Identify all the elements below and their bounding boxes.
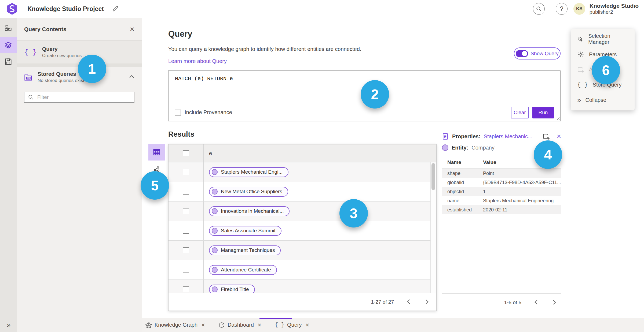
entity-type-dot-icon xyxy=(442,144,448,151)
row-checkbox[interactable] xyxy=(183,247,189,253)
panel-item-query[interactable]: { } Query Create new queries xyxy=(17,41,142,64)
entity-pill[interactable]: Staplers Mechanical Engi... xyxy=(209,167,288,177)
table-footer: 1-27 of 27 xyxy=(169,293,436,311)
sidebar-item-org-chart[interactable] xyxy=(0,20,17,37)
tab-knowledge-graph[interactable]: Knowledge Graph × xyxy=(144,322,206,328)
sidebar-item-layers[interactable] xyxy=(0,37,17,53)
next-page-button[interactable] xyxy=(551,299,556,306)
prev-page-button[interactable] xyxy=(534,299,540,306)
entity-label: Entity: xyxy=(452,145,468,151)
row-checkbox[interactable] xyxy=(183,169,189,175)
menu-item-selection-manager[interactable]: Selection Manager xyxy=(571,32,635,46)
prev-page-button[interactable] xyxy=(407,299,412,305)
entity-pill[interactable]: New Metal Office Suppliers xyxy=(209,187,288,197)
entity-label: Attendance Certificate xyxy=(221,267,271,273)
entity-pill[interactable]: Firebird Title xyxy=(209,285,255,293)
braces-icon: { } xyxy=(577,81,588,88)
table-row: Sales Associate Summit xyxy=(169,221,430,241)
entity-value: Company xyxy=(471,145,495,151)
close-tab-icon[interactable]: × xyxy=(258,322,261,328)
expand-strip-button[interactable]: » xyxy=(0,321,17,329)
panel-header: Query Contents × xyxy=(17,18,142,41)
menu-item-collapse[interactable]: » Collapse xyxy=(571,93,635,107)
org-chart-icon xyxy=(5,25,12,32)
sidebar-item-save[interactable] xyxy=(0,53,17,70)
property-value: 2020-02-11 xyxy=(483,207,561,213)
entity-dot-icon xyxy=(212,208,218,214)
row-checkbox[interactable] xyxy=(183,267,189,273)
stored-queries-folder-icon xyxy=(24,73,32,81)
entity-pill[interactable]: Attendance Certificate xyxy=(209,265,277,275)
item-title: Query xyxy=(42,46,134,52)
edit-title-icon[interactable] xyxy=(112,5,119,12)
property-value: 1 xyxy=(483,189,561,195)
next-page-button[interactable] xyxy=(423,299,429,305)
properties-close-icon[interactable]: × xyxy=(557,133,561,140)
filter-field-wrap xyxy=(24,92,134,103)
collapse-section-button[interactable] xyxy=(129,73,134,81)
column-header-name: Name xyxy=(447,159,483,165)
table-row: Innovations in Mechanical... xyxy=(169,202,430,221)
entity-label: Staplers Mechanical Engi... xyxy=(221,169,283,175)
knowledge-graph-icon xyxy=(145,322,152,328)
editor-footer: Include Provenance Clear Run xyxy=(169,104,560,121)
table-row: Staplers Mechanical Engi... xyxy=(169,162,430,182)
chevron-up-icon xyxy=(130,75,134,80)
property-name: objectid xyxy=(447,189,483,195)
row-checkbox[interactable] xyxy=(183,189,189,195)
scrollbar-thumb[interactable] xyxy=(431,163,435,190)
panel-title: Query Contents xyxy=(24,26,130,32)
tab-dashboard[interactable]: Dashboard × xyxy=(217,322,262,328)
run-button[interactable]: Run xyxy=(532,107,554,118)
app-logo-icon[interactable] xyxy=(6,3,18,15)
dashboard-gauge-icon xyxy=(218,322,225,328)
close-tab-icon[interactable]: × xyxy=(201,322,205,328)
column-header-e: e xyxy=(204,144,436,162)
close-tab-icon[interactable]: × xyxy=(305,322,309,328)
tab-query[interactable]: { } Query × xyxy=(274,322,310,328)
braces-icon: { } xyxy=(275,322,284,328)
property-row: globalid {5D9B4713-F98D-4A53-A59F-C11... xyxy=(442,178,561,187)
search-button[interactable] xyxy=(533,3,545,15)
add-to-selection-icon[interactable] xyxy=(543,133,550,140)
include-provenance-checkbox[interactable] xyxy=(175,110,181,115)
entity-pill[interactable]: Managment Techniques xyxy=(209,245,281,255)
property-row: objectid 1 xyxy=(442,187,561,196)
table-row: Attendance Certificate xyxy=(169,260,430,280)
learn-more-link[interactable]: Learn more about Query xyxy=(168,58,227,64)
entity-dot-icon xyxy=(212,286,218,292)
annotation-circle-2: 2 xyxy=(361,80,389,109)
filter-input[interactable] xyxy=(24,92,134,103)
properties-entity-link[interactable]: Staplers Mechanic... xyxy=(484,133,539,140)
row-checkbox[interactable] xyxy=(183,286,189,292)
help-button[interactable]: ? xyxy=(556,3,568,15)
row-checkbox[interactable] xyxy=(183,228,189,234)
property-name: established xyxy=(447,207,483,213)
annotation-circle-1: 1 xyxy=(78,55,106,83)
entity-label: Firebird Title xyxy=(221,286,249,292)
entity-pill[interactable]: Innovations in Mechanical... xyxy=(209,206,290,216)
table-view-button[interactable] xyxy=(148,144,165,161)
table-body: Staplers Mechanical Engi... New Metal Of… xyxy=(169,162,436,293)
row-checkbox[interactable] xyxy=(183,208,189,214)
table-row: Firebird Title xyxy=(169,280,430,293)
results-table: e Staplers Mechanical Engi... New Metal … xyxy=(168,144,437,311)
avatar[interactable]: KS xyxy=(573,3,585,15)
entity-dot-icon xyxy=(212,189,218,195)
property-value: Staplers Mechanical Engineering xyxy=(483,198,561,204)
tab-label: Knowledge Graph xyxy=(155,322,197,328)
table-scrollbar[interactable] xyxy=(430,162,436,293)
page-title: Query xyxy=(168,29,192,39)
entity-dot-icon xyxy=(212,169,218,175)
collapse-chevrons-icon: » xyxy=(577,96,580,104)
entity-pill[interactable]: Sales Associate Summit xyxy=(209,226,281,236)
include-provenance-label: Include Provenance xyxy=(185,109,232,115)
user-block: Knowledge Studio publisher2 xyxy=(590,3,639,15)
show-query-toggle[interactable]: Show Query xyxy=(514,47,561,59)
panel-close-icon[interactable]: × xyxy=(130,25,134,33)
entity-label: Sales Associate Summit xyxy=(221,228,276,234)
property-value: {5D9B4713-F98D-4A53-A59F-C11... xyxy=(483,180,561,185)
select-all-checkbox[interactable] xyxy=(183,150,189,156)
clear-button[interactable]: Clear xyxy=(511,107,529,118)
layers-icon xyxy=(5,41,12,49)
